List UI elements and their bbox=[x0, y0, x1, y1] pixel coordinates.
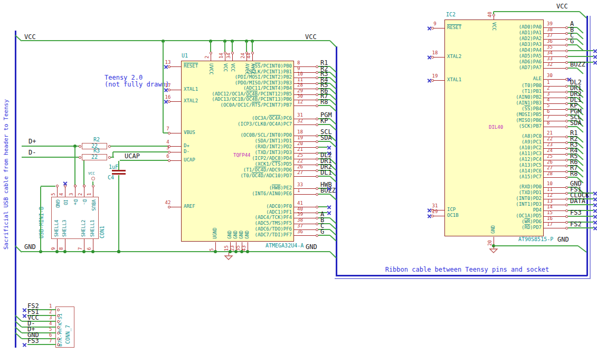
wire bbox=[74, 147, 75, 185]
pin-end bbox=[316, 228, 318, 231]
pin-number: 19 bbox=[297, 136, 313, 140]
no-connect-icon bbox=[22, 313, 27, 318]
pin-number: 6 bbox=[547, 109, 563, 114]
pin-line bbox=[294, 124, 316, 126]
net-label: KP bbox=[320, 118, 328, 124]
pin-number: 2 bbox=[547, 86, 563, 91]
pin-end bbox=[57, 343, 60, 346]
component-ref: U1 bbox=[182, 53, 188, 59]
pin-end bbox=[316, 193, 318, 196]
pin-name: (TXD/INT3)PD3 bbox=[186, 150, 292, 155]
junction-dot bbox=[117, 250, 120, 253]
no-connect-icon bbox=[593, 197, 597, 202]
net-label: DATA bbox=[570, 198, 585, 204]
pin-end bbox=[565, 55, 568, 58]
wire-bus-entry bbox=[579, 11, 586, 18]
wire bbox=[120, 160, 168, 161]
ground-symbol bbox=[489, 248, 498, 253]
pin-end bbox=[316, 88, 318, 90]
pin-name: (OC0A/OC1C/RTS/PCINT7)PB7 bbox=[186, 103, 292, 108]
wire bbox=[252, 41, 253, 52]
component-value: B7K-PH-K-S1 bbox=[58, 313, 63, 347]
wire bbox=[246, 41, 247, 52]
pin-name: (INT1)PD3 bbox=[436, 202, 542, 207]
pin-end bbox=[565, 198, 568, 200]
pin-end bbox=[565, 176, 568, 179]
pin-name: GND bbox=[228, 231, 232, 239]
pin-name: PD4 bbox=[436, 208, 542, 213]
capacitor-ref: C4 bbox=[108, 175, 114, 180]
pin-end bbox=[251, 52, 254, 54]
pin-end bbox=[565, 114, 568, 117]
net-label: VCC bbox=[24, 34, 36, 40]
pin-end bbox=[57, 326, 60, 329]
pin-line bbox=[232, 54, 233, 61]
pin-end bbox=[316, 223, 318, 225]
pin-name: (INT6/AIN0)PE6 bbox=[186, 191, 292, 196]
pin-number: 32 bbox=[547, 62, 563, 67]
pin-name: (A15)PC7 bbox=[436, 175, 542, 179]
wire bbox=[118, 161, 119, 170]
pin-name: (RXD)PD0 bbox=[436, 185, 542, 189]
pin-number: 6 bbox=[49, 333, 52, 338]
pin-number: 18 bbox=[297, 130, 313, 135]
pin-number: 7 bbox=[78, 247, 83, 250]
pin-name: (SCLK/PCINT1)PB1 bbox=[186, 70, 292, 74]
no-connect-icon bbox=[164, 64, 168, 69]
pin-line bbox=[170, 133, 181, 134]
pin-name: SHELL4 bbox=[54, 219, 59, 237]
pin-number: 29 bbox=[297, 89, 313, 93]
pin-number: 9 bbox=[51, 247, 56, 250]
pin-name: (OC1A)PD5 bbox=[436, 214, 542, 218]
net-label: GND bbox=[306, 244, 317, 250]
wire bbox=[40, 187, 41, 252]
pin-line bbox=[294, 235, 316, 236]
pin-line bbox=[170, 66, 181, 68]
pin-end bbox=[57, 320, 60, 323]
wire bbox=[568, 50, 593, 51]
pin-number: 28 bbox=[297, 83, 313, 88]
no-connect-icon bbox=[593, 214, 597, 219]
pin-name: ID bbox=[63, 199, 68, 205]
ribbon-frame-bottom bbox=[335, 278, 591, 279]
pin-end bbox=[74, 185, 77, 187]
pin-name: (HWB)PE2 bbox=[186, 186, 292, 190]
component-ref: IC2 bbox=[446, 12, 456, 17]
pin-number: 30 bbox=[547, 73, 563, 78]
wire bbox=[318, 206, 327, 207]
pin-number: 44 bbox=[247, 53, 251, 59]
wire bbox=[113, 151, 168, 152]
pin-name: VCC bbox=[223, 63, 228, 72]
net-label: BUZZ bbox=[320, 187, 336, 194]
pin-name: (ICP3/CLK0/OC4A)PC7 bbox=[186, 122, 292, 127]
pin-name: (A9)PC1 bbox=[436, 140, 542, 145]
pin-end bbox=[565, 44, 568, 46]
wire bbox=[22, 40, 330, 41]
pin-number: 41 bbox=[297, 201, 313, 206]
usb-cable-note: Sacrificial USB cable from header to Tee… bbox=[3, 99, 9, 250]
pin-number: 4 bbox=[547, 98, 563, 102]
pin-number: 22 bbox=[297, 159, 313, 164]
pin-name: (A13)PC5 bbox=[436, 163, 542, 168]
pin-name: (ADC13/OC1B/OC4B/PCINT13)PB6 bbox=[186, 97, 292, 102]
pin-name: UGND bbox=[213, 227, 217, 239]
pin-name: (ADC11/PCINT4)PB4 bbox=[186, 86, 292, 91]
no-connect-icon bbox=[427, 26, 432, 31]
pin-name: (MOSI)PB5 bbox=[436, 112, 542, 117]
pin-name: GND bbox=[239, 231, 244, 239]
pin-end bbox=[79, 156, 81, 159]
pin-end bbox=[79, 145, 81, 148]
pin-number: 26 bbox=[297, 165, 313, 169]
wire bbox=[22, 146, 79, 147]
wire bbox=[112, 152, 113, 157]
pin-end bbox=[565, 192, 568, 195]
pin-line bbox=[57, 239, 58, 251]
pin-line bbox=[294, 176, 316, 177]
pin-end bbox=[565, 108, 568, 111]
no-connect-icon bbox=[22, 308, 27, 312]
pin-name: (A10)PC2 bbox=[436, 146, 542, 150]
pin-end bbox=[316, 82, 318, 85]
pin-name: GND bbox=[245, 231, 250, 239]
pin-end bbox=[316, 206, 318, 208]
pin-line bbox=[170, 207, 181, 208]
